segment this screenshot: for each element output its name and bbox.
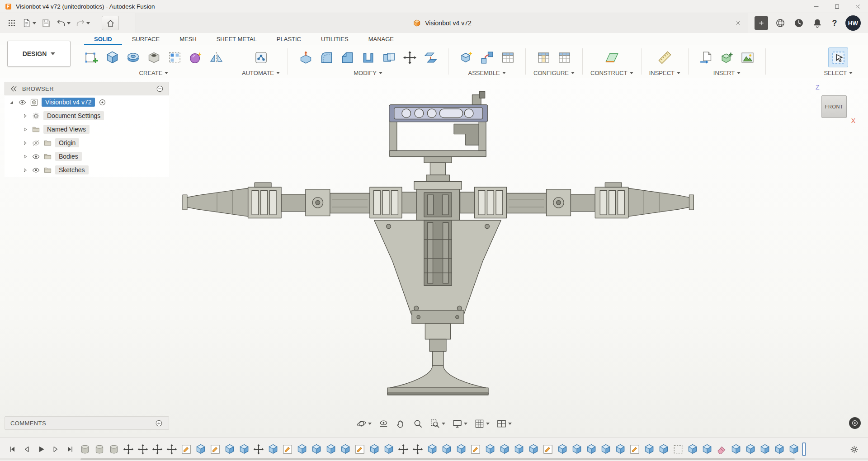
timeline-feature[interactable]: [745, 443, 756, 455]
visibility-eye-icon[interactable]: [32, 152, 40, 161]
measure-icon[interactable]: [655, 47, 675, 67]
model-chest[interactable]: [416, 189, 460, 221]
shell-icon[interactable]: [358, 47, 378, 67]
browser-row-document-settings[interactable]: Document Settings: [5, 109, 169, 122]
timeline-feature[interactable]: [340, 443, 351, 455]
play-button[interactable]: [34, 443, 47, 456]
orbit-icon[interactable]: [354, 417, 373, 430]
model-torso[interactable]: [374, 220, 501, 314]
browser-row-sketches[interactable]: Sketches: [5, 163, 169, 177]
select-icon[interactable]: [828, 47, 848, 67]
model-base-stand[interactable]: [387, 310, 488, 395]
timeline-scrollbar[interactable]: [0, 458, 868, 460]
expand-caret-icon[interactable]: [8, 99, 15, 106]
step-forward-button[interactable]: [49, 443, 62, 456]
timeline-feature[interactable]: [412, 443, 424, 455]
tab-solid[interactable]: SOLID: [84, 33, 122, 45]
browser-row-origin[interactable]: Origin: [5, 136, 169, 150]
timeline-scrollbar-thumb[interactable]: [80, 458, 795, 460]
model-left-arm[interactable]: [183, 183, 416, 218]
timeline-feature[interactable]: [788, 443, 800, 455]
timeline-feature[interactable]: [513, 443, 525, 455]
press-pull-icon[interactable]: [296, 47, 316, 67]
timeline-settings-gear-icon[interactable]: [848, 443, 860, 455]
insert-mesh-icon[interactable]: [717, 47, 737, 67]
minimize-button[interactable]: [806, 0, 826, 13]
model-head-camera[interactable]: [389, 91, 488, 122]
workspace-selector[interactable]: DESIGN: [7, 41, 71, 67]
timeline-feature[interactable]: [499, 443, 510, 455]
timeline-position-marker[interactable]: [802, 442, 806, 456]
timeline-feature[interactable]: [325, 443, 337, 455]
assemble-menu[interactable]: ASSEMBLE: [468, 69, 505, 76]
browser-collapse-icon[interactable]: [9, 85, 18, 93]
timeline-feature[interactable]: [658, 443, 670, 455]
modify-menu[interactable]: MODIFY: [354, 69, 382, 76]
file-menu-button[interactable]: [20, 16, 38, 30]
automate-icon[interactable]: [251, 47, 271, 67]
configuration-icon[interactable]: [534, 47, 554, 67]
fillet-icon[interactable]: [316, 47, 336, 67]
hole-icon[interactable]: [144, 47, 164, 67]
new-component-icon[interactable]: [456, 47, 476, 67]
revolve-icon[interactable]: [123, 47, 143, 67]
timeline-feature[interactable]: [137, 443, 149, 455]
add-comment-icon[interactable]: [155, 419, 163, 428]
eye-slash-icon[interactable]: [32, 139, 40, 147]
expand-caret-icon[interactable]: [22, 113, 28, 119]
tab-mesh[interactable]: MESH: [170, 33, 207, 45]
timeline-feature[interactable]: [224, 443, 236, 455]
timeline-feature[interactable]: [585, 443, 597, 455]
timeline-feature[interactable]: [701, 443, 713, 455]
timeline-feature[interactable]: [716, 443, 727, 455]
timeline-feature[interactable]: [267, 443, 279, 455]
timeline-feature[interactable]: [354, 443, 366, 455]
activate-component-radio[interactable]: [98, 98, 107, 107]
timeline-feature[interactable]: [774, 443, 785, 455]
timeline-feature[interactable]: [253, 443, 264, 455]
timeline-feature[interactable]: [209, 443, 221, 455]
timeline-feature[interactable]: [180, 443, 192, 455]
construct-menu[interactable]: CONSTRUCT: [590, 69, 633, 76]
grid-snaps-icon[interactable]: [472, 417, 491, 430]
timeline-feature[interactable]: [397, 443, 409, 455]
timeline-feature[interactable]: [441, 443, 453, 455]
browser-row-bodies[interactable]: Bodies: [5, 150, 169, 163]
automate-menu[interactable]: AUTOMATE: [242, 69, 280, 76]
timeline-feature[interactable]: [687, 443, 698, 455]
timeline-feature[interactable]: [108, 443, 120, 455]
timeline-feature[interactable]: [282, 443, 293, 455]
timeline-feature[interactable]: [600, 443, 612, 455]
browser-row-named-views[interactable]: Named Views: [5, 122, 169, 136]
skip-to-end-button[interactable]: [63, 443, 76, 456]
step-back-button[interactable]: [20, 443, 33, 456]
tab-sheet-metal[interactable]: SHEET METAL: [207, 33, 267, 45]
viewports-icon[interactable]: [495, 417, 514, 430]
timeline-feature[interactable]: [426, 443, 438, 455]
expand-caret-icon[interactable]: [22, 167, 28, 174]
tab-manage[interactable]: MANAGE: [359, 33, 404, 45]
expand-caret-icon[interactable]: [22, 126, 28, 133]
viewport-canvas[interactable]: Z FRONT X BROWSER Visionbot v4 v72 Docum…: [0, 78, 868, 437]
timeline-feature[interactable]: [166, 443, 178, 455]
align-icon[interactable]: [420, 47, 440, 67]
viewcube[interactable]: Z FRONT X: [815, 85, 856, 125]
model-neck[interactable]: [414, 157, 462, 189]
chamfer-icon[interactable]: [337, 47, 357, 67]
zoom-icon[interactable]: [411, 417, 425, 430]
pan-icon[interactable]: [394, 417, 408, 430]
timeline-feature[interactable]: [79, 443, 91, 455]
root-component-label[interactable]: Visionbot v4 v72: [42, 98, 95, 107]
timeline-feature[interactable]: [614, 443, 626, 455]
tab-utilities[interactable]: UTILITIES: [311, 33, 359, 45]
expand-caret-icon[interactable]: [22, 140, 28, 146]
look-at-icon[interactable]: [377, 417, 391, 430]
inspect-menu[interactable]: INSPECT: [649, 69, 680, 76]
visibility-eye-icon[interactable]: [18, 98, 27, 107]
timeline-feature[interactable]: [730, 443, 742, 455]
viewcube-x-axis-label[interactable]: X: [851, 117, 855, 124]
timeline-feature[interactable]: [542, 443, 554, 455]
timeline-feature[interactable]: [528, 443, 539, 455]
extensions-icon[interactable]: [774, 17, 787, 29]
configuration-table-icon[interactable]: [555, 47, 575, 67]
